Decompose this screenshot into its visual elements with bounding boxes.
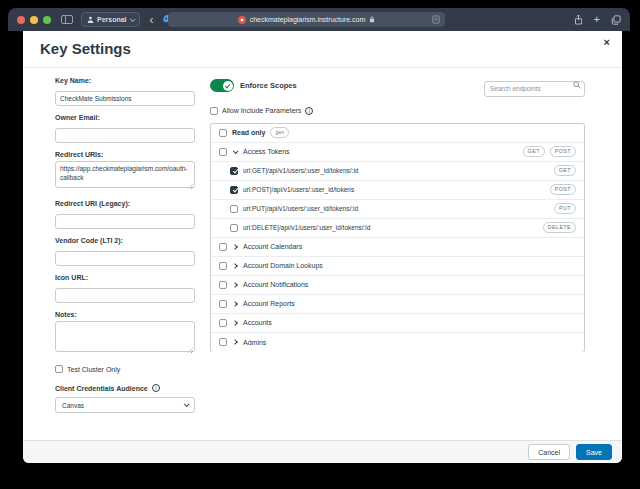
owner-email-input[interactable] [55,128,195,143]
close-window-button[interactable] [17,16,25,24]
reader-icon[interactable] [432,15,440,24]
method-badge: GET [523,146,545,157]
group-checkbox[interactable] [219,243,227,251]
minimize-window-button[interactable] [30,16,38,24]
save-button[interactable]: Save [576,444,612,460]
address-bar[interactable]: checkmateplagiarism.instructure.com [168,12,445,27]
allow-include-checkbox[interactable] [210,107,218,115]
scope-checkbox[interactable] [230,167,238,175]
group-checkbox[interactable] [219,148,227,156]
tab-overview-button[interactable] [611,15,621,25]
profile-label: Personal [97,16,127,23]
enforce-scopes-toggle[interactable] [210,79,234,92]
enforce-scopes-label: Enforce Scopes [240,81,297,90]
url-text: checkmateplagiarism.instructure.com [250,16,366,23]
modal-body: Key Name: Owner Email: Redirect URIs: ht… [23,68,622,440]
scope-group-row[interactable]: Account Reports [211,295,584,314]
chevron-right-icon [232,339,238,345]
chevron-right-icon [232,244,238,250]
scope-url: url:GET|/api/v1/users/:user_id/tokens/:i… [243,167,359,174]
toggle-check-icon [223,81,233,91]
scope-group-row[interactable]: Admins [211,333,584,352]
group-label: Accounts [243,319,272,326]
vendor-code-input[interactable] [55,251,195,266]
group-label: Account Domain Lookups [243,262,323,269]
key-name-label: Key Name: [55,77,195,84]
read-only-label: Read only [232,129,265,136]
scope-row[interactable]: url:POST|/api/v1/users/:user_id/tokens P… [211,181,584,200]
icon-url-input[interactable] [55,288,195,303]
notes-label: Notes: [55,311,195,318]
chevron-down-icon [184,401,190,407]
info-icon[interactable]: i [305,107,313,115]
chevron-right-icon [232,282,238,288]
search-input[interactable] [484,81,585,97]
lock-icon [369,16,375,23]
group-label: Account Notifications [243,281,308,288]
scope-checkbox[interactable] [230,205,238,213]
cancel-button[interactable]: Cancel [528,444,570,460]
person-icon [87,16,94,23]
group-label: Account Reports [243,300,295,307]
group-checkbox[interactable] [219,338,227,346]
close-icon[interactable]: × [604,36,610,48]
share-button[interactable] [574,14,583,25]
sidebar-icon[interactable] [61,15,73,24]
scope-row[interactable]: url:DELETE|/api/v1/users/:user_id/tokens… [211,219,584,238]
key-settings-modal: Key Settings × Key Name: Owner Email: Re… [23,31,622,463]
method-badge: POST [550,184,576,195]
method-badge: POST [550,146,576,157]
group-checkbox[interactable] [219,281,227,289]
group-checkbox[interactable] [219,319,227,327]
scopes-section: Enforce Scopes Allow Include Parameters … [210,77,585,352]
scope-group-row[interactable]: Account Notifications [211,276,584,295]
vendor-code-label: Vendor Code (LTI 2): [55,237,195,244]
window-controls [17,16,51,24]
redirect-uri-legacy-input[interactable] [55,214,195,229]
scope-group-row[interactable]: Account Calendars [211,238,584,257]
info-icon[interactable]: i [152,384,160,392]
test-cluster-checkbox[interactable] [55,365,63,373]
method-badge: GET [554,165,576,176]
group-checkbox[interactable] [219,262,227,270]
chevron-down-icon [129,16,135,22]
group-checkbox[interactable] [219,300,227,308]
zoom-window-button[interactable] [43,16,51,24]
scope-checkbox[interactable] [230,224,238,232]
icon-url-label: Icon URL: [55,274,195,281]
scope-row[interactable]: url:PUT|/api/v1/users/:user_id/tokens/:i… [211,200,584,219]
group-label: Admins [243,339,266,346]
read-only-checkbox[interactable] [219,129,227,137]
read-only-badge: get [270,127,289,138]
profile-button[interactable]: Personal [81,12,140,27]
key-form: Key Name: Owner Email: Redirect URIs: ht… [55,77,195,413]
key-name-input[interactable] [55,91,195,106]
modal-header: Key Settings × [23,31,622,68]
notes-textarea[interactable] [55,321,195,352]
new-tab-button[interactable]: + [594,14,600,25]
search-icon [573,81,581,89]
client-credentials-label: Client Credentials Audience [55,385,148,392]
browser-chrome: Personal ‹ checkmateplagiarism.instructu… [8,8,630,31]
redirect-uri-legacy-label: Redirect URI (Legacy): [55,200,195,207]
group-label: Access Tokens [243,148,290,155]
chevron-right-icon [232,301,238,307]
scope-url: url:PUT|/api/v1/users/:user_id/tokens/:i… [243,205,358,212]
method-badge: PUT [554,203,576,214]
scope-url: url:DELETE|/api/v1/users/:user_id/tokens… [243,224,370,231]
method-badge: DELETE [543,222,576,233]
read-only-row: Read only get [211,124,584,143]
back-button[interactable]: ‹ [150,14,154,26]
audience-select[interactable]: Canvas [55,397,195,413]
owner-email-label: Owner Email: [55,114,195,121]
scope-group-row[interactable]: Access Tokens GET POST [211,143,584,162]
redirect-uris-textarea[interactable]: https://app.checkmateplagiarism.com/oaut… [55,161,195,188]
scope-group-row[interactable]: Accounts [211,314,584,333]
scope-group-row[interactable]: Account Domain Lookups [211,257,584,276]
group-label: Account Calendars [243,243,302,250]
scope-url: url:POST|/api/v1/users/:user_id/tokens [243,186,354,193]
redirect-uris-label: Redirect URIs: [55,151,195,158]
scope-checkbox[interactable] [230,186,238,194]
page-title: Key Settings [40,40,131,57]
scope-row[interactable]: url:GET|/api/v1/users/:user_id/tokens/:i… [211,162,584,181]
